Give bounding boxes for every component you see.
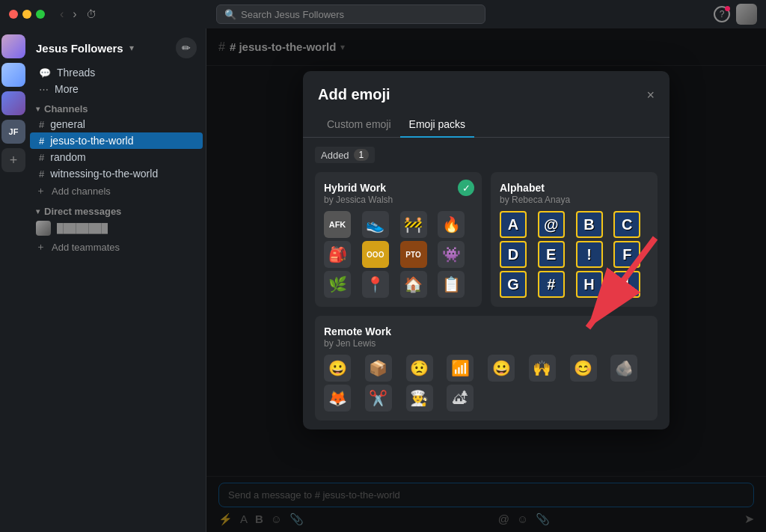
more-icon: ⋯ bbox=[39, 84, 49, 95]
rail-workspace-icon[interactable] bbox=[1, 34, 25, 58]
notification-dot bbox=[725, 6, 730, 11]
emoji-grid-hybrid: AFK 👟 🚧 🔥 🎒 OOO PTO 👾 🌿 📍 🏠 bbox=[324, 211, 473, 298]
rail-user-icon[interactable]: JF bbox=[1, 120, 25, 144]
alpha-emoji-a: A bbox=[500, 211, 527, 238]
dm-toggle-icon: ▾ bbox=[36, 207, 40, 215]
sidebar-item-general[interactable]: # general bbox=[30, 116, 203, 132]
threads-icon: 💬 bbox=[39, 67, 51, 79]
close-traffic-light[interactable] bbox=[9, 10, 18, 19]
pack-card-remote-work[interactable]: Remote Work by Jen Lewis 😀 📦 😟 📶 😀 🙌 😊 bbox=[315, 316, 658, 421]
title-bar: ‹ › ⏱ 🔍 Search Jesus Followers ? bbox=[0, 0, 766, 28]
alpha-emoji-f: F bbox=[613, 241, 640, 268]
history-button[interactable]: ⏱ bbox=[83, 6, 99, 22]
channels-toggle-icon: ▾ bbox=[36, 105, 40, 113]
alpha-emoji-hash: # bbox=[538, 271, 565, 298]
emoji-grid-alphabet: A @ B C D E ! F G # H I bbox=[500, 211, 649, 298]
workspace-chevron-icon: ▾ bbox=[129, 43, 134, 53]
emoji-cell: 📶 bbox=[447, 355, 474, 382]
emoji-cell: 🌿 bbox=[324, 271, 351, 298]
workspace-header[interactable]: Jesus Followers ▾ ✏ bbox=[27, 31, 206, 64]
sidebar-item-jesus-to-the-world[interactable]: # jesus-to-the-world bbox=[30, 132, 203, 149]
dm-name-1: ████████ bbox=[57, 223, 108, 233]
alpha-emoji-d: D bbox=[500, 241, 527, 268]
added-label: Added bbox=[321, 150, 349, 161]
tab-custom-emoji[interactable]: Custom emoji bbox=[318, 112, 400, 138]
added-count: 1 bbox=[354, 149, 370, 161]
sidebar-item-threads[interactable]: 💬 Threads bbox=[30, 64, 203, 81]
pack-author-hybrid: by Jessica Walsh bbox=[324, 195, 473, 205]
emoji-cell: ✂️ bbox=[365, 385, 392, 412]
alpha-emoji-g: G bbox=[500, 271, 527, 298]
emoji-cell: 🎒 bbox=[324, 241, 351, 268]
pack-name-remote: Remote Work bbox=[324, 325, 391, 337]
main-content: # # jesus-to-the-world ▾ Add emoji × Cus… bbox=[206, 28, 766, 532]
channel-name-general: general bbox=[50, 118, 85, 130]
added-badge: Added 1 bbox=[315, 147, 375, 163]
sidebar-item-witnessing[interactable]: # witnessing-to-the-world bbox=[30, 165, 203, 182]
sidebar-item-random[interactable]: # random bbox=[30, 149, 203, 165]
back-button[interactable]: ‹ bbox=[57, 6, 67, 22]
add-teammates-label: Add teammates bbox=[52, 242, 120, 253]
compose-button[interactable]: ✏ bbox=[176, 37, 197, 58]
pack-name-alphabet: Alphabet bbox=[500, 182, 545, 194]
minimize-traffic-light[interactable] bbox=[22, 10, 31, 19]
packs-grid: Hybrid Work by Jessica Walsh ✓ AFK 👟 🚧 🔥… bbox=[315, 172, 658, 421]
emoji-cell: 🏕 bbox=[447, 385, 474, 412]
channel-name-jesus: jesus-to-the-world bbox=[50, 135, 133, 147]
hash-icon-general: # bbox=[39, 119, 44, 130]
emoji-cell: 😀 bbox=[324, 355, 351, 382]
fullscreen-traffic-light[interactable] bbox=[36, 10, 45, 19]
emoji-packs-tab-label: Emoji packs bbox=[409, 118, 465, 130]
add-teammates-icon: ＋ bbox=[36, 240, 46, 254]
channel-name-witnessing: witnessing-to-the-world bbox=[50, 168, 158, 180]
channels-section[interactable]: ▾ Channels bbox=[27, 97, 206, 116]
modal-body: Added 1 Hybrid Work by Jessica Walsh ✓ A… bbox=[303, 138, 670, 429]
emoji-cell: 🔥 bbox=[438, 211, 465, 238]
alpha-emoji-c: C bbox=[613, 211, 640, 238]
pack-card-alphabet[interactable]: Alphabet by Rebeca Anaya A @ B C D E ! F bbox=[491, 172, 658, 307]
channels-label: Channels bbox=[44, 103, 88, 114]
emoji-grid-remote: 😀 📦 😟 📶 😀 🙌 😊 🪨 🦊 ✂️ 👨‍🍳 bbox=[324, 355, 649, 412]
rail-item-2[interactable] bbox=[1, 63, 25, 87]
forward-button[interactable]: › bbox=[70, 6, 79, 22]
emoji-cell: 😀 bbox=[488, 355, 515, 382]
search-placeholder: Search Jesus Followers bbox=[241, 9, 344, 20]
add-teammates-item[interactable]: ＋ Add teammates bbox=[27, 238, 206, 256]
dm-item-1[interactable]: ████████ bbox=[27, 218, 206, 238]
help-button[interactable]: ? bbox=[714, 6, 730, 22]
emoji-cell: 🏠 bbox=[400, 271, 427, 298]
emoji-cell: 😊 bbox=[570, 355, 597, 382]
pack-added-checkmark: ✓ bbox=[458, 180, 474, 196]
icon-rail: JF + bbox=[0, 28, 27, 532]
emoji-cell: 👨‍🍳 bbox=[406, 385, 433, 412]
hash-icon-random: # bbox=[39, 152, 44, 163]
main-layout: JF + Jesus Followers ▾ ✏ 💬 Threads ⋯ Mor… bbox=[0, 28, 766, 532]
rail-add-button[interactable]: + bbox=[1, 148, 25, 172]
modal-close-button[interactable]: × bbox=[646, 88, 655, 102]
workspace-name: Jesus Followers bbox=[36, 42, 123, 55]
dm-section[interactable]: ▾ Direct messages bbox=[27, 200, 206, 218]
pack-name-hybrid: Hybrid Work bbox=[324, 182, 386, 194]
dm-label: Direct messages bbox=[44, 206, 121, 217]
emoji-cell: 😟 bbox=[406, 355, 433, 382]
tab-emoji-packs[interactable]: Emoji packs bbox=[400, 112, 474, 138]
emoji-cell: 👟 bbox=[362, 211, 389, 238]
search-icon: 🔍 bbox=[224, 9, 236, 20]
modal-tabs: Custom emoji Emoji packs bbox=[303, 103, 670, 138]
alpha-emoji-h: H bbox=[576, 271, 603, 298]
pack-card-hybrid-work[interactable]: Hybrid Work by Jessica Walsh ✓ AFK 👟 🚧 🔥… bbox=[315, 172, 482, 307]
search-bar[interactable]: 🔍 Search Jesus Followers bbox=[216, 4, 485, 24]
alpha-emoji-excl: ! bbox=[576, 241, 603, 268]
emoji-cell: 📍 bbox=[362, 271, 389, 298]
custom-emoji-tab-label: Custom emoji bbox=[327, 118, 391, 130]
add-channels-item[interactable]: ＋ Add channels bbox=[27, 182, 206, 200]
user-avatar-top[interactable] bbox=[736, 4, 757, 25]
sidebar-item-more[interactable]: ⋯ More bbox=[30, 81, 203, 97]
rail-item-3[interactable] bbox=[1, 91, 25, 115]
alpha-emoji-b: B bbox=[576, 211, 603, 238]
add-channels-label: Add channels bbox=[52, 186, 111, 197]
alpha-emoji-i: I bbox=[613, 271, 640, 298]
hash-icon-witnessing: # bbox=[39, 168, 44, 180]
emoji-cell: 🪨 bbox=[610, 355, 637, 382]
emoji-cell: PTO bbox=[400, 241, 427, 268]
